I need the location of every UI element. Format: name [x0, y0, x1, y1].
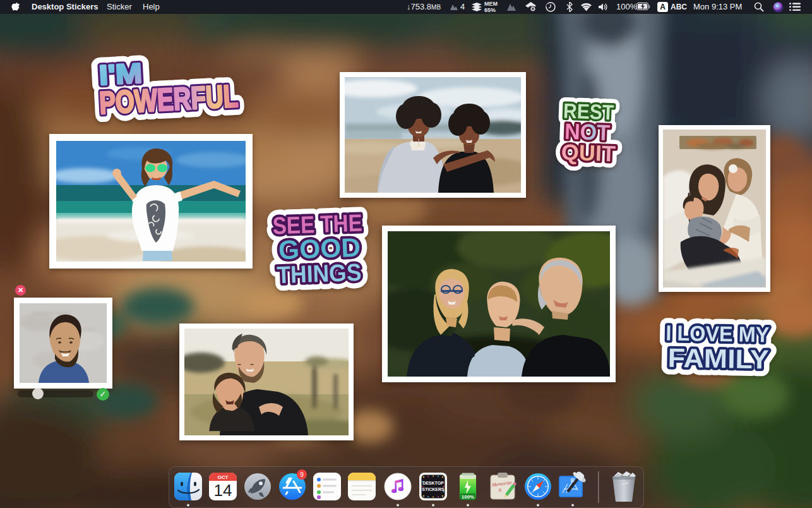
svg-text:14: 14	[214, 481, 232, 500]
svg-text:STICKERS: STICKERS	[422, 487, 445, 492]
svg-text:FAMILY: FAMILY	[667, 343, 769, 375]
svg-text:QUIT: QUIT	[561, 139, 616, 166]
svg-text:9: 9	[300, 471, 304, 478]
svg-text:100%: 100%	[462, 494, 474, 500]
svg-text:POWERFUL: POWERFUL	[99, 78, 239, 121]
svg-text:THINGS: THINGS	[277, 259, 362, 289]
svg-text:OCT: OCT	[218, 475, 229, 480]
svg-text:DESKTOP: DESKTOP	[422, 481, 444, 485]
